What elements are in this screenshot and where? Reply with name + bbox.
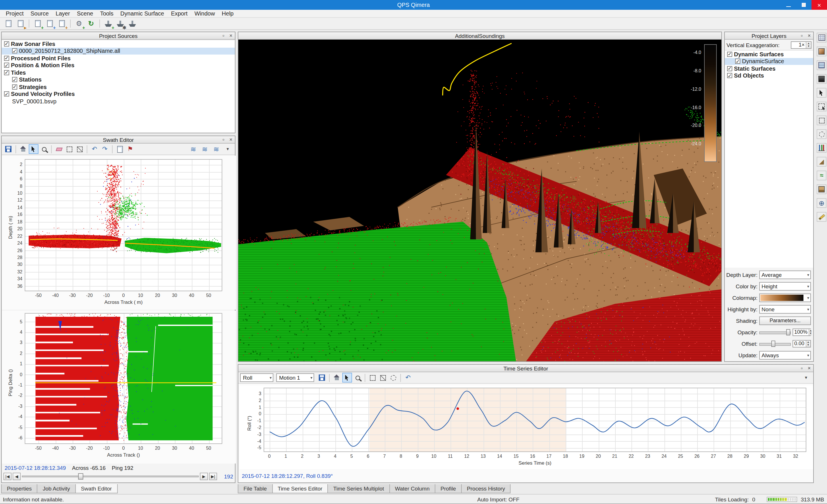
maximize-button[interactable] bbox=[796, 0, 812, 10]
create-project-button[interactable] bbox=[3, 18, 14, 29]
minimize-button[interactable] bbox=[780, 0, 796, 10]
attribute-table-button[interactable] bbox=[817, 33, 826, 43]
slider-handle[interactable] bbox=[78, 473, 83, 480]
spin-down-icon[interactable]: ▼ bbox=[806, 45, 811, 48]
checkbox[interactable]: ✓ bbox=[727, 73, 732, 79]
add-position-motion-files-button[interactable]: + bbox=[56, 18, 67, 29]
color-surface-button[interactable] bbox=[817, 47, 826, 56]
float-panel-icon[interactable]: ▫ bbox=[221, 137, 226, 142]
spin-down-icon[interactable]: ▼ bbox=[809, 332, 812, 335]
source-tides[interactable]: ✓Tides bbox=[2, 69, 235, 76]
plot-canvas[interactable] bbox=[263, 388, 806, 452]
swath-pointer-button[interactable] bbox=[29, 144, 39, 154]
vessel-editor-button[interactable] bbox=[127, 18, 138, 29]
swath-display-mode-2-button[interactable]: ≋ bbox=[199, 144, 210, 155]
ts-select-lasso-button[interactable] bbox=[388, 373, 398, 383]
menu-export[interactable]: Export bbox=[167, 9, 191, 17]
bottom-tab-process-history[interactable]: Process History bbox=[461, 484, 511, 493]
project-layers-header[interactable]: Project Layers ▫ × bbox=[725, 32, 813, 40]
source-svp-00001-bsvp[interactable]: SVP_00001.bsvp bbox=[2, 98, 235, 105]
close-panel-icon[interactable]: × bbox=[228, 137, 234, 142]
source-strategies[interactable]: ✓Strategies bbox=[2, 83, 235, 91]
update-select[interactable]: Always▾ bbox=[759, 351, 811, 359]
checkbox[interactable]: ✓ bbox=[12, 49, 17, 54]
swath-beam-flag-button[interactable]: ⚑ bbox=[125, 144, 135, 154]
ts-toolbar-menu-button[interactable]: ▾ bbox=[800, 372, 812, 384]
select-soundings-button[interactable] bbox=[817, 102, 826, 111]
ts-save-button[interactable] bbox=[317, 373, 327, 383]
scene-3d-view[interactable]: -4.0-8.0-12.0-16.0-20.0-24.0 bbox=[238, 40, 721, 361]
ping-slider[interactable] bbox=[22, 473, 199, 480]
swath-home-button[interactable] bbox=[18, 144, 28, 154]
depth-layer-select[interactable]: Average▾ bbox=[759, 270, 811, 279]
opacity-slider[interactable] bbox=[759, 328, 791, 336]
checkbox[interactable]: ✓ bbox=[727, 52, 732, 57]
checkbox[interactable]: ✓ bbox=[12, 85, 17, 90]
swath-select-rect-button[interactable] bbox=[64, 144, 74, 154]
source-stations[interactable]: ✓Stations bbox=[2, 76, 235, 83]
left-tab-swath-editor[interactable]: Swath Editor bbox=[75, 484, 118, 493]
colormap-select[interactable]: ▾ bbox=[759, 293, 811, 302]
ts-undo-button[interactable]: ↶ bbox=[403, 373, 413, 383]
plot-canvas[interactable] bbox=[25, 313, 222, 444]
source-raw-sonar-files[interactable]: ✓Raw Sonar Files bbox=[2, 40, 235, 47]
next-ping-button[interactable]: ▶ bbox=[200, 473, 208, 480]
swath-toolbar-menu-button[interactable]: ▾ bbox=[222, 144, 233, 155]
float-panel-icon[interactable]: ▫ bbox=[799, 365, 805, 371]
plot-canvas[interactable] bbox=[25, 159, 222, 291]
checkbox[interactable]: ✓ bbox=[4, 56, 9, 61]
first-ping-button[interactable]: |◀ bbox=[3, 473, 11, 480]
swath-undo-button[interactable]: ↶ bbox=[90, 144, 99, 154]
vessel-add-button[interactable]: + bbox=[103, 18, 114, 29]
checkbox[interactable]: ✓ bbox=[12, 77, 17, 83]
swath-depth-plot[interactable]: -50-40-30-20-100102030405024681012141618… bbox=[2, 156, 236, 310]
float-panel-icon[interactable]: ▫ bbox=[799, 33, 805, 39]
project-sources-header[interactable]: Project Sources ▫ × bbox=[2, 32, 235, 40]
checkbox[interactable]: ✓ bbox=[727, 66, 732, 71]
reprocess-button[interactable]: ↻ bbox=[86, 18, 96, 29]
parameters-button[interactable]: Parameters... bbox=[759, 316, 811, 325]
edit-tool-button[interactable] bbox=[817, 212, 826, 222]
opacity-spinner[interactable]: 100%▲▼ bbox=[792, 328, 811, 336]
bottom-tab-file-table[interactable]: File Table bbox=[238, 484, 273, 493]
source-0000-20150712-182800-shipname-all[interactable]: ✓0000_20150712_182800_ShipName.all bbox=[2, 47, 235, 55]
scene-header[interactable]: AdditionalSoundings bbox=[238, 32, 721, 40]
menu-layer[interactable]: Layer bbox=[52, 9, 74, 17]
motion-select[interactable]: Motion 1 ▾ bbox=[276, 373, 314, 382]
select-rectangle-button[interactable] bbox=[817, 115, 826, 125]
processing-settings-button[interactable]: ⚙+ bbox=[74, 18, 85, 29]
scene-point-cloud[interactable] bbox=[238, 40, 721, 361]
source-position-motion-files[interactable]: ✓Position & Motion Files bbox=[2, 62, 235, 69]
swath-eraser-button[interactable] bbox=[54, 144, 64, 154]
left-tab-properties[interactable]: Properties bbox=[1, 484, 38, 493]
menu-dynamic-surface[interactable]: Dynamic Surface bbox=[117, 9, 167, 17]
profile-view-button[interactable] bbox=[817, 143, 826, 153]
swath-display-mode-3-button[interactable]: ≋ bbox=[211, 144, 222, 155]
swath-editor-header[interactable]: Swath Editor ▫ × bbox=[2, 136, 235, 144]
layer-sd-objects[interactable]: ✓Sd Objects bbox=[725, 72, 813, 79]
add-raw-sonar-files-button[interactable]: + bbox=[32, 18, 43, 29]
contour-button[interactable] bbox=[817, 60, 826, 70]
swath-save-button[interactable] bbox=[3, 144, 13, 154]
color-by-select[interactable]: Height▾ bbox=[759, 282, 811, 290]
layer-static-surfaces[interactable]: ✓Static Surfaces bbox=[725, 65, 813, 72]
menu-source[interactable]: Source bbox=[27, 9, 52, 17]
bottom-tab-time-series-multiplot[interactable]: Time Series Multiplot bbox=[328, 484, 390, 493]
float-panel-icon[interactable]: ▫ bbox=[221, 33, 226, 39]
vessel-settings-button[interactable]: ✱ bbox=[115, 18, 126, 29]
vertical-exaggeration-spinner[interactable]: 1× ▲ ▼ bbox=[791, 41, 812, 49]
offset-slider[interactable] bbox=[759, 340, 791, 347]
open-project-button[interactable]: ▸ bbox=[15, 18, 26, 29]
close-panel-icon[interactable]: × bbox=[228, 33, 234, 39]
menu-project[interactable]: Project bbox=[2, 9, 27, 17]
title-bar[interactable]: QPS Qimera × bbox=[0, 0, 827, 10]
ts-select-rect-button[interactable] bbox=[368, 373, 377, 383]
left-tab-job-activity[interactable]: Job Activity bbox=[37, 484, 76, 493]
checkbox[interactable]: ✓ bbox=[735, 59, 740, 64]
slider-handle[interactable] bbox=[771, 340, 775, 347]
menu-help[interactable]: Help bbox=[218, 9, 237, 17]
swath-zoom-button[interactable] bbox=[39, 144, 49, 154]
close-panel-icon[interactable]: × bbox=[806, 365, 812, 371]
source-sound-velocity-profiles[interactable]: ✓Sound Velocity Profiles bbox=[2, 91, 235, 98]
menu-scene[interactable]: Scene bbox=[74, 9, 97, 17]
